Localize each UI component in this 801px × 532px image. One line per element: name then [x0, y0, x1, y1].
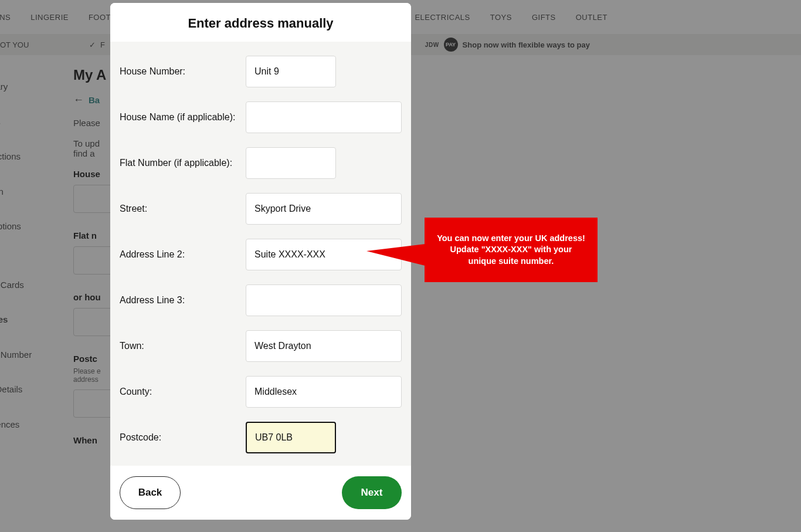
line3-input[interactable]: [246, 284, 402, 316]
instruction-callout: You can now enter your UK address! Updat…: [425, 218, 598, 282]
callout-arrow-icon: [366, 244, 425, 266]
modal-footer: Back Next: [110, 466, 411, 520]
town-input[interactable]: [246, 330, 402, 362]
street-input[interactable]: [246, 193, 402, 225]
house-number-input[interactable]: [246, 56, 336, 87]
street-label: Street:: [120, 204, 246, 214]
house-name-label: House Name (if applicable):: [120, 112, 246, 123]
county-input[interactable]: [246, 376, 402, 408]
house-name-input[interactable]: [246, 101, 402, 133]
back-button[interactable]: Back: [120, 476, 181, 509]
town-label: Town:: [120, 341, 246, 351]
flat-number-input[interactable]: [246, 147, 336, 179]
postcode-label: Postcode:: [120, 432, 246, 443]
callout-text: You can now enter your UK address! Updat…: [435, 233, 587, 267]
postcode-input[interactable]: [246, 422, 336, 453]
modal-title: Enter address manually: [110, 3, 411, 42]
line2-label: Address Line 2:: [120, 249, 246, 260]
house-number-label: House Number:: [120, 66, 246, 77]
flat-number-label: Flat Number (if applicable):: [120, 158, 246, 168]
county-label: County:: [120, 387, 246, 397]
next-button[interactable]: Next: [342, 476, 402, 509]
line3-label: Address Line 3:: [120, 295, 246, 306]
